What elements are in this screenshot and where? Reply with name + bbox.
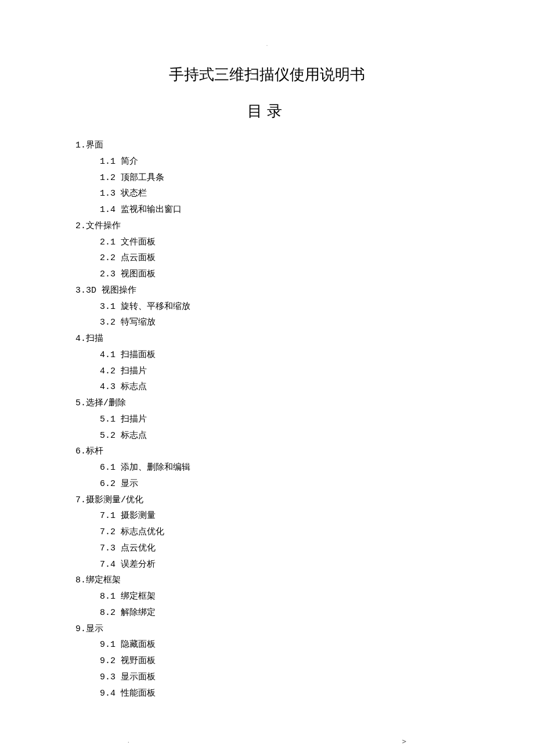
toc-item-label: 误差分析	[116, 560, 156, 570]
toc-section-label: 扫描	[86, 334, 103, 344]
header-mark: .	[75, 41, 459, 47]
toc-item-label: 标志点	[116, 382, 147, 392]
toc-item: 1.1 简介	[75, 154, 459, 170]
toc-section-number: 7.	[75, 495, 86, 505]
toc-item: 1.2 顶部工具条	[75, 170, 459, 186]
toc-item-label: 显示面板	[116, 672, 156, 682]
toc-item-label: 标志点	[116, 431, 147, 441]
toc-item-number: 7.4	[100, 560, 116, 570]
toc-item-number: 9.1	[100, 640, 116, 650]
toc-item-label: 标志点优化	[116, 527, 164, 537]
toc-item-number: 1.1	[100, 157, 116, 167]
toc-item-number: 9.3	[100, 672, 116, 682]
toc-item-label: 扫描片	[116, 415, 147, 424]
toc-item-number: 3.1	[100, 302, 116, 312]
toc-section-number: 1.	[75, 141, 86, 150]
toc-item-number: 4.2	[100, 366, 116, 376]
toc-section-title: 4.扫描	[75, 331, 459, 347]
footer-right-mark: >	[402, 737, 406, 746]
toc-item: 4.1 扫描面板	[75, 347, 459, 363]
toc-item: 9.2 视野面板	[75, 653, 459, 669]
toc-section-label: 标杆	[86, 447, 103, 456]
toc-section-number: 6.	[75, 447, 86, 456]
toc-section-title: 1.界面	[75, 138, 459, 154]
document-page: . 手持式三维扫描仪使用说明书 目录 1.界面1.1 简介1.2 顶部工具条1.…	[0, 0, 534, 736]
toc-section-number: 9.	[75, 624, 86, 634]
toc-item-label: 文件面板	[116, 237, 156, 247]
toc-item-number: 6.1	[100, 463, 116, 473]
toc-item-number: 7.1	[100, 511, 116, 521]
toc-item-label: 视图面板	[116, 269, 156, 279]
toc-item-number: 2.2	[100, 253, 116, 263]
toc-item: 7.2 标志点优化	[75, 524, 459, 541]
toc-item: 5.1 扫描片	[75, 412, 459, 428]
toc-item: 8.1 绑定框架	[75, 589, 459, 605]
toc-item-label: 特写缩放	[116, 318, 156, 327]
toc-item-label: 扫描片	[116, 366, 147, 376]
toc-item-number: 8.1	[100, 592, 116, 602]
toc-section-label: 摄影测量/优化	[86, 495, 143, 505]
toc-item-label: 摄影测量	[116, 511, 156, 521]
toc-item-number: 2.1	[100, 237, 116, 247]
toc-item-label: 显示	[116, 479, 138, 489]
toc-section-number: 3.	[75, 286, 86, 296]
footer-left-mark: .	[128, 737, 129, 746]
toc-item: 1.4 监视和输出窗口	[75, 202, 459, 218]
table-of-contents: 1.界面1.1 简介1.2 顶部工具条1.3 状态栏1.4 监视和输出窗口2.文…	[75, 138, 459, 701]
toc-item: 3.2 特写缩放	[75, 315, 459, 331]
toc-item: 4.3 标志点	[75, 379, 459, 395]
toc-item: 3.1 旋转、平移和缩放	[75, 299, 459, 315]
toc-item-label: 视野面板	[116, 656, 156, 666]
toc-item-label: 解除绑定	[116, 608, 156, 618]
toc-item-number: 9.4	[100, 689, 116, 699]
toc-item-label: 添加、删除和编辑	[116, 463, 190, 473]
toc-item-label: 性能面板	[116, 689, 156, 699]
toc-section-label: 绑定框架	[86, 575, 121, 585]
toc-section-title: 7.摄影测量/优化	[75, 492, 459, 509]
document-title: 手持式三维扫描仪使用说明书	[75, 64, 459, 85]
toc-item: 9.4 性能面板	[75, 686, 459, 702]
toc-item-number: 6.2	[100, 479, 116, 489]
toc-item-number: 7.2	[100, 527, 116, 537]
toc-section-title: 6.标杆	[75, 444, 459, 460]
toc-section-title: 5.选择/删除	[75, 395, 459, 412]
toc-item: 1.3 状态栏	[75, 186, 459, 202]
toc-section-label: 文件操作	[86, 221, 121, 231]
toc-item: 7.3 点云优化	[75, 541, 459, 557]
toc-item-label: 旋转、平移和缩放	[116, 302, 190, 312]
toc-section-title: 8.绑定框架	[75, 573, 459, 589]
toc-item-label: 简介	[116, 157, 138, 167]
toc-item: 5.2 标志点	[75, 428, 459, 444]
toc-item-number: 4.1	[100, 350, 116, 360]
toc-item: 9.3 显示面板	[75, 669, 459, 686]
toc-item-number: 5.2	[100, 431, 116, 441]
toc-item-number: 1.2	[100, 173, 116, 183]
toc-item: 8.2 解除绑定	[75, 605, 459, 621]
toc-item-number: 1.3	[100, 189, 116, 199]
toc-section-number: 4.	[75, 334, 86, 344]
toc-item-number: 3.2	[100, 318, 116, 327]
toc-item: 2.3 视图面板	[75, 267, 459, 283]
toc-heading: 目录	[75, 101, 459, 121]
toc-section-label: 界面	[86, 141, 103, 150]
page-footer: . >	[0, 737, 534, 746]
toc-item-label: 状态栏	[116, 189, 147, 199]
toc-section-label: 选择/删除	[86, 398, 126, 408]
toc-item-number: 5.1	[100, 415, 116, 424]
toc-section-number: 5.	[75, 398, 86, 408]
toc-section-number: 8.	[75, 575, 86, 585]
toc-item-label: 扫描面板	[116, 350, 156, 360]
toc-section-title: 9.显示	[75, 621, 459, 638]
toc-item-label: 绑定框架	[116, 592, 156, 602]
toc-item: 2.1 文件面板	[75, 235, 459, 251]
toc-section-label: 3D 视图操作	[86, 286, 136, 296]
toc-item-label: 点云面板	[116, 253, 156, 263]
toc-section-title: 2.文件操作	[75, 218, 459, 235]
toc-item-label: 监视和输出窗口	[116, 205, 182, 215]
toc-item-label: 点云优化	[116, 543, 156, 553]
toc-item-number: 7.3	[100, 543, 116, 553]
toc-item-number: 8.2	[100, 608, 116, 618]
toc-item: 7.1 摄影测量	[75, 508, 459, 524]
toc-item: 9.1 隐藏面板	[75, 637, 459, 653]
toc-item-number: 9.2	[100, 656, 116, 666]
